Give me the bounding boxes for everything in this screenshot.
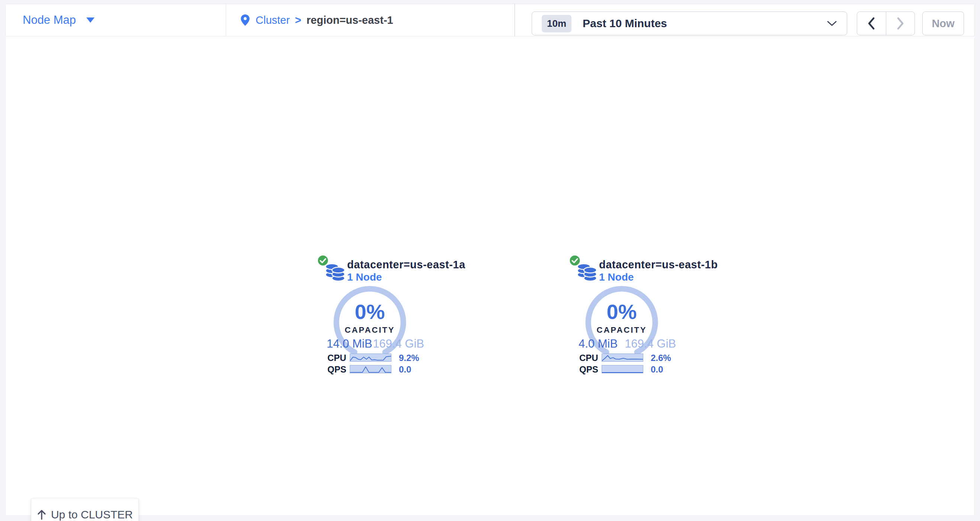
qps-label: QPS bbox=[328, 364, 346, 375]
chevron-down-icon bbox=[86, 18, 94, 23]
locality-node-count[interactable]: 1 Node bbox=[599, 271, 718, 284]
locality-header: datacenter=us-east-1b 1 Node bbox=[599, 258, 718, 284]
locality-node-count[interactable]: 1 Node bbox=[347, 271, 465, 284]
view-selector-label: Node Map bbox=[23, 13, 76, 27]
time-step-forward-button[interactable] bbox=[886, 12, 915, 35]
time-step-back-button[interactable] bbox=[857, 12, 886, 35]
time-range-badge: 10m bbox=[542, 15, 571, 32]
breadcrumb-cluster-link[interactable]: Cluster bbox=[256, 14, 290, 26]
breadcrumb: Cluster > region=us-east-1 bbox=[240, 4, 393, 36]
capacity-total: 169.4 GiB bbox=[625, 337, 676, 351]
toolbar-divider bbox=[226, 4, 226, 36]
breadcrumb-separator: > bbox=[295, 14, 301, 26]
qps-sparkline bbox=[601, 365, 643, 373]
view-selector-dropdown[interactable]: Node Map bbox=[23, 4, 94, 36]
capacity-percent: 0% bbox=[333, 301, 406, 322]
node-map-canvas: datacenter=us-east-1a 1 Node 0% CAPACITY… bbox=[6, 37, 974, 515]
database-stack-icon bbox=[325, 262, 345, 283]
location-pin-icon bbox=[240, 14, 250, 26]
capacity-used: 14.0 MiB bbox=[327, 337, 372, 351]
capacity-usage-row: 4.0 MiB 169.4 GiB bbox=[579, 337, 676, 351]
qps-label: QPS bbox=[579, 364, 598, 375]
locality-header: datacenter=us-east-1a 1 Node bbox=[347, 258, 465, 284]
capacity-total: 169.4 GiB bbox=[373, 337, 424, 351]
arrow-up-icon bbox=[37, 510, 46, 520]
capacity-label: CAPACITY bbox=[585, 325, 658, 335]
qps-value: 0.0 bbox=[399, 364, 411, 375]
capacity-label: CAPACITY bbox=[333, 325, 406, 335]
capacity-used: 4.0 MiB bbox=[579, 337, 617, 351]
time-range-label: Past 10 Minutes bbox=[583, 17, 667, 30]
cpu-sparkline bbox=[601, 354, 643, 362]
locality-card-us-east-1a[interactable]: datacenter=us-east-1a 1 Node 0% CAPACITY… bbox=[318, 252, 475, 382]
capacity-percent: 0% bbox=[585, 301, 658, 322]
chevron-down-icon bbox=[827, 20, 837, 27]
toolbar-section-divider bbox=[515, 4, 515, 36]
cpu-value: 9.2% bbox=[399, 353, 419, 363]
chevron-left-icon bbox=[867, 17, 875, 30]
top-toolbar: Node Map Cluster > region=us-east-1 10m … bbox=[5, 4, 975, 37]
time-range-dropdown[interactable]: 10m Past 10 Minutes bbox=[532, 11, 847, 35]
cpu-metric-row: CPU 9.2% bbox=[318, 353, 430, 362]
time-step-buttons bbox=[857, 11, 915, 35]
qps-metric-row: QPS 0.0 bbox=[318, 364, 430, 374]
now-button-label: Now bbox=[932, 18, 955, 30]
capacity-usage-row: 14.0 MiB 169.4 GiB bbox=[327, 337, 424, 351]
breadcrumb-current-locality: region=us-east-1 bbox=[307, 14, 393, 26]
cpu-label: CPU bbox=[328, 353, 346, 363]
locality-title: datacenter=us-east-1a bbox=[347, 258, 465, 271]
cpu-value: 2.6% bbox=[651, 353, 671, 363]
chevron-right-icon bbox=[896, 17, 904, 30]
up-to-cluster-label: Up to CLUSTER bbox=[51, 508, 133, 521]
locality-title: datacenter=us-east-1b bbox=[599, 258, 718, 271]
cpu-label: CPU bbox=[579, 353, 598, 363]
cpu-metric-row: CPU 2.6% bbox=[570, 353, 682, 362]
qps-sparkline bbox=[350, 365, 391, 373]
qps-value: 0.0 bbox=[651, 364, 663, 375]
up-to-cluster-button[interactable]: Up to CLUSTER bbox=[31, 498, 139, 521]
now-button[interactable]: Now bbox=[922, 11, 964, 35]
cpu-sparkline bbox=[350, 354, 391, 362]
database-stack-icon bbox=[576, 262, 597, 283]
qps-metric-row: QPS 0.0 bbox=[570, 364, 682, 374]
locality-card-us-east-1b[interactable]: datacenter=us-east-1b 1 Node 0% CAPACITY… bbox=[570, 252, 727, 382]
